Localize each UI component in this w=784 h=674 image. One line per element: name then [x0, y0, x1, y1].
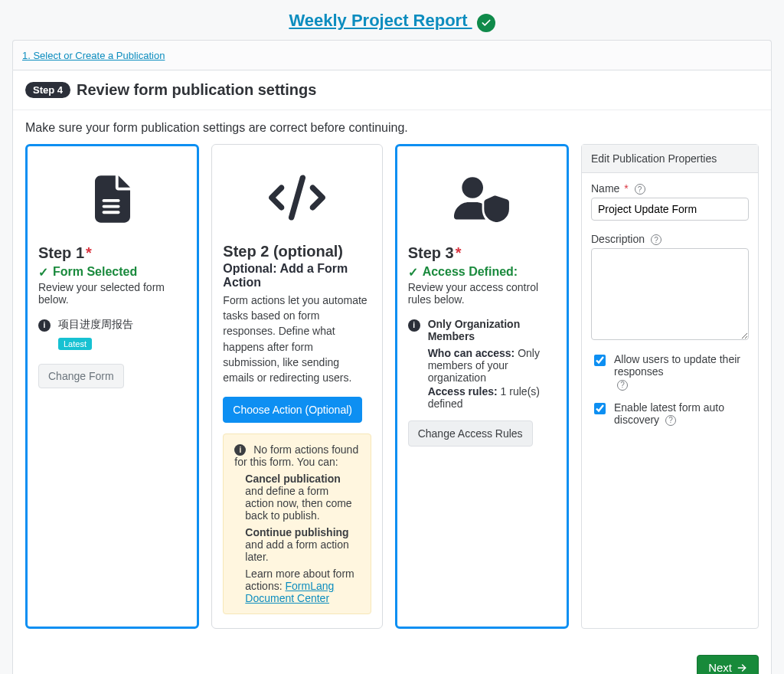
help-icon[interactable]: ? [635, 184, 645, 195]
step2-description: Form actions let you automate tasks base… [223, 293, 371, 386]
step2-card: Step 2 (optional) Optional: Add a Form A… [211, 144, 382, 630]
columns: Step 1* ✓ Form Selected Review your sele… [13, 139, 771, 648]
footer-row: Next [13, 647, 771, 674]
access-details: Who can access: Only members of your org… [408, 345, 556, 410]
selected-form-name: 项目进度周报告 [58, 318, 133, 332]
step2-label: Step 2 (optional) [223, 243, 371, 260]
required-asterisk: * [624, 182, 628, 195]
step1-card: Step 1* ✓ Form Selected Review your sele… [25, 144, 199, 630]
step1-sub: Review your selected form below. [38, 281, 186, 306]
choose-action-button[interactable]: Choose Action (Optional) [223, 397, 362, 423]
step2-subtitle: Optional: Add a Form Action [223, 262, 371, 290]
publication-description-input[interactable] [591, 248, 749, 340]
info-icon: i [38, 319, 51, 332]
check-icon [481, 18, 492, 28]
access-title: Only Organization Members [428, 318, 556, 342]
allow-update-responses-label: Allow users to update their responses [614, 353, 740, 378]
step-header: Step 4 Review form publication settings [13, 70, 771, 110]
step3-icon-zone [408, 157, 556, 241]
change-access-rules-button[interactable]: Change Access Rules [408, 420, 533, 447]
page-title-link[interactable]: Weekly Project Report [289, 11, 472, 30]
publication-name-input[interactable] [591, 198, 749, 221]
latest-badge: Latest [58, 338, 92, 350]
step3-check-row: ✓ Access Defined: [408, 265, 556, 280]
check-icon: ✓ [408, 265, 418, 280]
props-panel-header: Edit Publication Properties [582, 145, 758, 173]
main-card: Step 4 Review form publication settings … [12, 70, 772, 674]
required-asterisk: * [86, 244, 92, 261]
breadcrumb-link[interactable]: 1. Select or Create a Publication [22, 50, 165, 61]
step1-form-row: i 项目进度周报告 Latest [38, 318, 186, 350]
step3-label: Step 3* [408, 244, 556, 262]
auto-discovery-checkbox[interactable] [594, 403, 606, 414]
info-icon: i [234, 444, 246, 456]
info-icon: i [408, 319, 420, 332]
breadcrumb-bar: 1. Select or Create a Publication [12, 40, 772, 70]
check-icon: ✓ [38, 265, 48, 280]
step-title: Review form publication settings [77, 81, 316, 99]
step3-card: Step 3* ✓ Access Defined: Review your ac… [395, 144, 569, 630]
arrow-right-icon [737, 663, 747, 673]
description-field-label: Description ? [591, 233, 749, 245]
alert-option-continue: Continue publishing and add a form actio… [245, 526, 359, 563]
step-number-pill: Step 4 [25, 82, 70, 98]
allow-update-responses-checkbox[interactable] [594, 355, 606, 366]
step1-icon-zone [38, 157, 186, 241]
change-form-button[interactable]: Change Form [38, 364, 124, 388]
help-icon[interactable]: ? [651, 234, 662, 245]
required-asterisk: * [456, 244, 462, 261]
instruction-text: Make sure your form publication settings… [13, 110, 771, 139]
step1-label: Step 1* [38, 244, 186, 262]
alert-intro: No form actions found for this form. You… [234, 443, 358, 469]
alert-option-cancel: Cancel publication and define a form act… [245, 473, 359, 522]
next-button[interactable]: Next [697, 655, 759, 674]
step3-access-row: i Only Organization Members [408, 318, 556, 342]
help-icon[interactable]: ? [665, 415, 676, 426]
title-check-badge [477, 14, 495, 32]
step3-sub: Review your access control rules below. [408, 281, 556, 306]
code-icon [269, 175, 325, 221]
step2-icon-zone [223, 155, 371, 240]
no-actions-alert: i No form actions found for this form. Y… [223, 434, 371, 615]
alert-learn-more: Learn more about form actions: FormLang … [245, 568, 359, 604]
publication-properties-panel: Edit Publication Properties Name * ? Des… [581, 144, 759, 630]
step3-check-text: Access Defined: [423, 265, 518, 279]
page-root: Weekly Project Report 1. Select or Creat… [0, 0, 784, 674]
step1-check-row: ✓ Form Selected [38, 265, 186, 280]
name-field-label: Name * ? [591, 182, 749, 195]
document-icon [95, 175, 130, 223]
step1-check-text: Form Selected [53, 265, 137, 279]
rules-label: Access rules: [428, 385, 498, 398]
user-shield-icon [454, 176, 509, 222]
help-icon[interactable]: ? [617, 380, 628, 391]
who-label: Who can access: [428, 347, 515, 359]
page-title-wrap: Weekly Project Report [0, 0, 784, 40]
